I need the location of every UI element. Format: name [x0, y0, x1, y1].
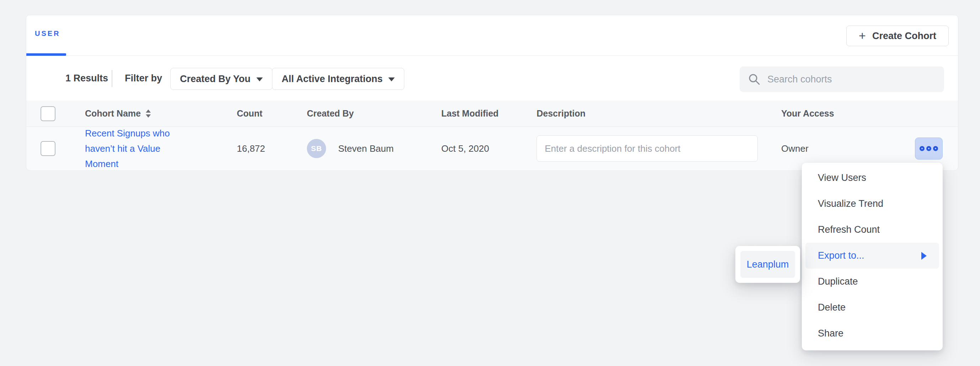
created-by-cell: SB Steven Baum: [307, 127, 394, 170]
tab-bar: USER + Create Cohort: [26, 15, 958, 56]
submenu-item-leanplum[interactable]: Leanplum: [740, 251, 795, 278]
header-your-access: Your Access: [781, 101, 834, 127]
filter-bar: 1 Results Filter by Created By You All A…: [26, 56, 958, 101]
avatar-initials: SB: [311, 144, 322, 153]
menu-item-view-users[interactable]: View Users: [805, 165, 939, 191]
create-cohort-button[interactable]: + Create Cohort: [846, 25, 949, 46]
plus-icon: +: [859, 30, 866, 41]
more-actions-button[interactable]: [915, 138, 943, 160]
menu-item-delete[interactable]: Delete: [805, 295, 939, 320]
menu-item-visualize-trend[interactable]: Visualize Trend: [805, 191, 939, 217]
menu-item-duplicate[interactable]: Duplicate: [805, 269, 939, 295]
chevron-down-icon: [256, 78, 263, 81]
tab-active-underline: [26, 53, 66, 56]
description-input[interactable]: [536, 135, 758, 162]
avatar: SB: [307, 139, 326, 158]
table-header: Cohort Name Count Created By Last Modifi…: [26, 101, 958, 127]
last-modified-date: Oct 5, 2020: [441, 127, 489, 170]
header-count: Count: [237, 101, 262, 127]
cohorts-page: USER + Create Cohort 1 Results Filter by…: [0, 0, 980, 366]
filter-by-label: Filter by: [125, 73, 162, 84]
cohort-name-link[interactable]: Recent Signups who haven’t hit a Value M…: [85, 126, 178, 172]
description-cell: [536, 127, 758, 170]
select-all-checkbox[interactable]: [41, 106, 56, 121]
search-input[interactable]: [767, 74, 935, 85]
search-box[interactable]: [740, 67, 944, 92]
divider: [111, 70, 112, 87]
header-cohort-name[interactable]: Cohort Name: [85, 101, 151, 127]
menu-item-refresh-count[interactable]: Refresh Count: [805, 217, 939, 243]
header-description: Description: [536, 101, 585, 127]
row-checkbox[interactable]: [41, 141, 56, 156]
cohort-name-cell: Recent Signups who haven’t hit a Value M…: [85, 127, 178, 170]
menu-item-share[interactable]: Share: [805, 320, 939, 347]
row-checkbox-cell: [41, 127, 56, 170]
cohorts-card: USER + Create Cohort 1 Results Filter by…: [26, 15, 958, 170]
results-count: 1 Results: [65, 73, 108, 84]
chevron-down-icon: [388, 78, 395, 81]
row-actions-menu: View Users Visualize Trend Refresh Count…: [802, 163, 943, 350]
tab-user[interactable]: USER: [35, 30, 60, 38]
header-created-by: Created By: [307, 101, 354, 127]
cohort-count: 16,872: [237, 127, 265, 170]
search-icon: [748, 73, 760, 85]
menu-item-export-to[interactable]: Export to...: [805, 243, 939, 269]
created-by-name: Steven Baum: [338, 143, 394, 154]
create-cohort-label: Create Cohort: [872, 30, 936, 41]
ellipsis-icon: [920, 146, 924, 151]
export-submenu: Leanplum: [735, 246, 800, 283]
submenu-arrow-icon: [921, 252, 927, 260]
sort-icon[interactable]: [146, 109, 151, 117]
select-all-checkbox-cell: [41, 101, 56, 127]
header-last-modified: Last Modified: [441, 101, 498, 127]
created-by-dropdown[interactable]: Created By You: [170, 68, 272, 90]
integrations-dropdown-label: All Active Integrations: [282, 74, 383, 85]
integrations-dropdown[interactable]: All Active Integrations: [272, 68, 404, 90]
created-by-dropdown-label: Created By You: [180, 74, 251, 85]
